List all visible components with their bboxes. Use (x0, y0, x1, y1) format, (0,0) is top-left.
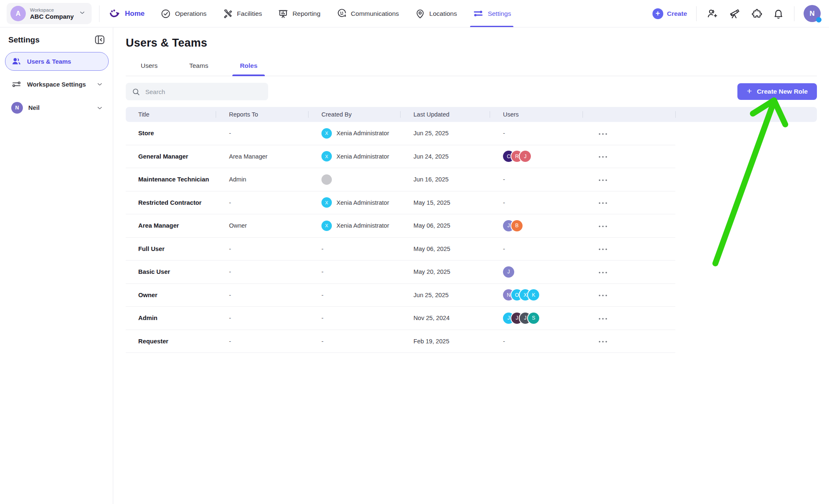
row-actions-menu-button[interactable] (596, 220, 610, 231)
role-title: Full User (126, 246, 216, 252)
xenia-logo-icon (109, 7, 121, 20)
row-actions-menu-button[interactable] (596, 174, 610, 185)
reports-to: - (216, 268, 308, 275)
search-input[interactable] (145, 88, 262, 95)
top-navbar: A Workspace ABC Company HomeOperationsFa… (0, 0, 829, 27)
last-updated: Jun 25, 2025 (400, 130, 490, 137)
table-row: General ManagerArea ManagerXXenia Admini… (126, 145, 675, 169)
tab-roles[interactable]: Roles (237, 60, 261, 76)
sidebar-item-neil[interactable]: NNeil (5, 98, 109, 118)
nav-item-facilities[interactable]: Facilities (222, 0, 262, 27)
create-new-role-button[interactable]: + Create New Role (737, 83, 817, 100)
chevron-down-icon (96, 81, 103, 88)
reporting-icon (278, 8, 289, 19)
ellipsis-icon (598, 153, 607, 159)
nav-item-label: Settings (488, 10, 511, 17)
presence-indicator (816, 17, 822, 22)
nav-item-label: Locations (429, 10, 457, 17)
table-row: Basic User--May 20, 2025J (126, 261, 675, 284)
nav-item-label: Reporting (292, 10, 320, 17)
row-actions-menu-button[interactable] (596, 151, 610, 162)
row-actions-menu-button[interactable] (596, 289, 610, 300)
last-updated: Jun 24, 2025 (400, 153, 490, 160)
nav-item-communications[interactable]: Communications (336, 0, 399, 27)
last-updated: May 06, 2025 (400, 222, 490, 229)
empty-value: - (229, 292, 231, 298)
avatar: X (321, 151, 332, 161)
user-menu-button[interactable]: N (804, 5, 821, 22)
empty-value: - (503, 199, 505, 206)
tab-teams[interactable]: Teams (186, 60, 212, 76)
nav-item-home[interactable]: Home (109, 0, 144, 27)
empty-value: - (321, 246, 324, 252)
row-actions-menu-button[interactable] (596, 243, 610, 254)
sidebar-item-users-teams[interactable]: Users & Teams (5, 52, 109, 71)
last-updated: May 06, 2025 (400, 246, 490, 252)
chevron-down-icon (79, 9, 86, 18)
avatar: J (503, 266, 514, 278)
tab-users[interactable]: Users (137, 60, 161, 76)
users-icon (11, 56, 22, 67)
row-actions-menu-button[interactable] (596, 335, 610, 347)
create-button[interactable]: + Create (652, 8, 687, 19)
users-cell: J (490, 266, 583, 278)
user-plus-icon[interactable] (707, 8, 718, 19)
user-avatar-stack: J (503, 266, 514, 278)
table-header: TitleReports ToCreated ByLast UpdatedUse… (126, 107, 817, 122)
plus-icon: + (747, 86, 752, 96)
create-new-role-label: Create New Role (757, 88, 808, 95)
row-actions-menu-button[interactable] (596, 313, 610, 324)
row-actions-menu-button[interactable] (596, 197, 610, 208)
nav-item-reporting[interactable]: Reporting (278, 0, 320, 27)
created-by: - (308, 315, 400, 321)
empty-value: - (321, 292, 324, 298)
row-actions-menu-button[interactable] (596, 266, 610, 278)
puzzle-icon[interactable] (751, 8, 762, 19)
sidebar-item-label: Neil (28, 104, 40, 111)
row-actions-menu-button[interactable] (596, 128, 610, 139)
role-title: Maintenance Technician (126, 176, 216, 183)
avatar: X (321, 128, 332, 139)
search-box (126, 83, 268, 100)
sidebar-title: Settings (8, 35, 40, 45)
ellipsis-icon (598, 199, 607, 206)
last-updated: May 20, 2025 (400, 268, 490, 275)
last-updated: Feb 19, 2025 (400, 338, 490, 345)
created-by: - (308, 268, 400, 275)
role-title: Admin (126, 315, 216, 321)
bell-icon[interactable] (773, 8, 784, 19)
locations-icon (415, 8, 426, 19)
ellipsis-icon (598, 176, 607, 183)
nav-item-settings[interactable]: Settings (473, 0, 511, 27)
workspace-eyebrow: Workspace (30, 7, 74, 12)
telescope-icon[interactable] (729, 8, 740, 19)
empty-value: - (321, 315, 324, 321)
sidebar-item-workspace-settings[interactable]: Workspace Settings (5, 75, 109, 94)
navbar-divider (794, 6, 794, 21)
sidebar-item-label: Users & Teams (27, 58, 71, 65)
column-header-last-updated: Last Updated (400, 107, 490, 122)
role-title: Area Manager (126, 222, 216, 229)
empty-value: - (229, 338, 231, 345)
created-by: XXenia Administrator (308, 221, 400, 231)
users-cell: JJJS (490, 313, 583, 324)
settings-sliders-icon (473, 8, 484, 19)
collapse-sidebar-icon[interactable] (94, 34, 105, 45)
table-row: Store-XXenia AdministratorJun 25, 2025- (126, 122, 675, 145)
empty-value: - (321, 338, 324, 345)
reports-to: - (216, 338, 308, 345)
ellipsis-icon (598, 292, 607, 298)
users-cell: - (490, 130, 583, 137)
workspace-switcher[interactable]: A Workspace ABC Company (7, 3, 92, 24)
sidebar-item-label: Workspace Settings (27, 81, 86, 88)
role-title: Owner (126, 292, 216, 298)
reports-to: - (216, 315, 308, 321)
create-button-label: Create (667, 10, 687, 17)
column-header-created-by: Created By (308, 107, 400, 122)
nav-item-operations[interactable]: Operations (160, 0, 207, 27)
avatar: K (528, 289, 539, 300)
avatar: J (520, 151, 531, 162)
empty-value: - (229, 268, 231, 275)
nav-item-locations[interactable]: Locations (415, 0, 457, 27)
users-cell: JB (490, 220, 583, 231)
